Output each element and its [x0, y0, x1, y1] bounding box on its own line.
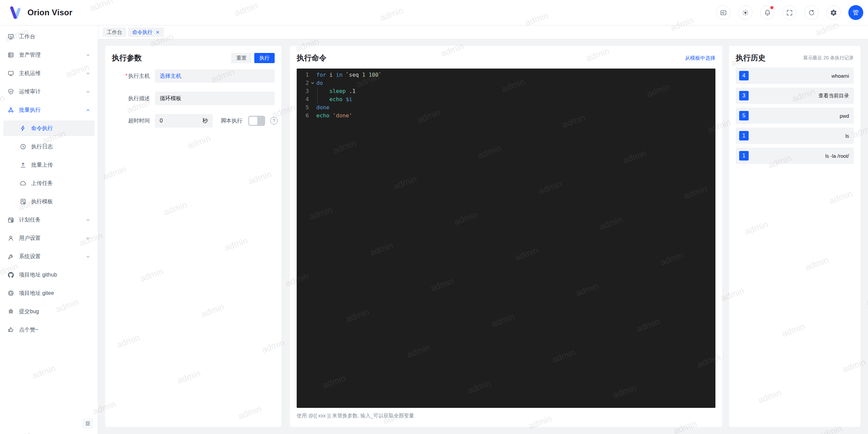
app-title: Orion Visor	[27, 8, 72, 17]
code-line: 3 sleep .1	[297, 87, 715, 95]
batch-icon	[7, 107, 14, 113]
history-item[interactable]: 1ls -la /root/	[736, 148, 854, 164]
history-count-badge: 3	[739, 91, 749, 100]
app-header: Orion Visor 管	[0, 0, 868, 25]
code-line: 6echo 'done'	[297, 112, 715, 120]
code-text: echo $i	[316, 95, 352, 103]
history-item[interactable]: 5pwd	[736, 108, 854, 124]
code-line: 5done	[297, 103, 715, 112]
bug-icon	[7, 308, 14, 315]
editor-hint: 使用 @{{ xxx }} 来替换参数, 输入_可以获取全部变量	[297, 413, 715, 419]
fullscreen-button[interactable]	[782, 5, 796, 20]
sidebar-item-system-settings[interactable]: 系统设置	[3, 249, 95, 264]
chevron-down-icon	[85, 254, 91, 259]
code-line: 1for i in `seq 1 100`	[297, 71, 715, 79]
sidebar-item-label: 用户设置	[19, 235, 41, 242]
sidebar-item-ops-audit[interactable]: 运维审计	[3, 84, 95, 99]
collapse-sidebar-button[interactable]	[82, 418, 93, 429]
gear-icon	[830, 9, 837, 16]
script-exec-toggle[interactable]	[248, 116, 265, 126]
line-number: 1	[297, 71, 309, 79]
code-text: done	[316, 103, 330, 112]
notification-button[interactable]	[760, 5, 774, 20]
sidebar-item-label: 主机运维	[19, 70, 41, 77]
sidebar-item-submit-bug[interactable]: 提交bug	[3, 304, 95, 319]
notification-badge-dot	[770, 6, 773, 9]
sidebar-item-assets[interactable]: 资产管理	[3, 47, 95, 63]
main-area: 工作台 命令执行 执行参数 重置 执行 *执行主机 选择主	[98, 25, 868, 434]
timeout-field[interactable]: 秒	[155, 114, 213, 128]
history-item[interactable]: 3查看当前目录	[736, 88, 854, 104]
reset-button[interactable]: 重置	[231, 53, 252, 63]
description-input[interactable]	[160, 95, 270, 101]
chevron-down-icon	[85, 71, 91, 76]
menu-fold-icon	[85, 420, 91, 427]
sidebar-item-github[interactable]: 项目地址 github	[3, 267, 95, 283]
sidebar-item-workbench[interactable]: 工作台	[3, 29, 95, 44]
app-logo[interactable]: Orion Visor	[8, 5, 72, 20]
command-code-editor[interactable]: 1for i in `seq 1 100`2do3 sleep .14 echo…	[297, 69, 715, 408]
sidebar-item-exec-template[interactable]: 执行模板	[3, 194, 95, 209]
chevron-down-icon	[85, 218, 91, 223]
tab-workbench[interactable]: 工作台	[103, 27, 126, 37]
code-text: sleep .1	[316, 87, 356, 95]
dashboard-icon	[7, 33, 14, 40]
sidebar-item-label: 运维审计	[19, 88, 41, 95]
sidebar-item-label: 计划任务	[19, 216, 41, 224]
close-icon[interactable]	[156, 30, 160, 34]
execution-params-panel: 执行参数 重置 执行 *执行主机 选择主机 执行描述	[105, 46, 281, 427]
chevron-up-icon	[85, 108, 91, 113]
theme-button[interactable]	[738, 5, 752, 20]
history-item[interactable]: 4whoami	[736, 68, 854, 84]
history-command: whoami	[831, 73, 849, 79]
indent-guide	[317, 87, 318, 103]
fold-chevron-icon[interactable]	[309, 79, 316, 87]
history-count-badge: 1	[739, 131, 749, 140]
sidebar-item-user-settings[interactable]: 用户设置	[3, 230, 95, 246]
sidebar-item-batch-exec[interactable]: 批量执行	[3, 102, 95, 118]
help-icon[interactable]: ?	[270, 117, 278, 125]
sidebar-item-exec-log[interactable]: 执行日志	[3, 139, 95, 154]
history-command: pwd	[840, 113, 849, 119]
thumbs-up-icon	[7, 326, 14, 333]
sidebar-item-command-exec[interactable]: 命令执行	[3, 120, 95, 136]
sidebar-item-like[interactable]: 点个赞~	[3, 322, 95, 338]
refresh-button[interactable]	[804, 5, 818, 20]
cloud-icon	[20, 180, 26, 187]
execute-button[interactable]: 执行	[254, 53, 275, 63]
sidebar-item-gitee[interactable]: 项目地址 gitee	[3, 285, 95, 301]
content-area: 执行参数 重置 执行 *执行主机 选择主机 执行描述	[98, 39, 868, 434]
code-text: do	[316, 79, 323, 87]
params-panel-title: 执行参数	[112, 53, 142, 63]
sidebar-item-schedule-task[interactable]: 计划任务	[3, 212, 95, 228]
description-field[interactable]	[155, 92, 275, 105]
select-host-link[interactable]: 选择主机	[160, 73, 181, 80]
avatar[interactable]: 管	[848, 5, 863, 20]
timeout-field-label: 超时时间	[112, 117, 150, 125]
history-note: 展示最近 20 条执行记录	[803, 55, 854, 61]
tab-command-exec[interactable]: 命令执行	[128, 27, 164, 37]
select-from-template-link[interactable]: 从模板中选择	[685, 55, 715, 61]
execution-command-panel: 执行命令 从模板中选择 1for i in `seq 1 100`2do3 sl…	[290, 46, 722, 427]
header-actions	[716, 5, 841, 20]
sidebar-item-label: 工作台	[19, 33, 35, 40]
chevron-down-icon	[85, 236, 91, 241]
sidebar-item-label: 项目地址 gitee	[19, 290, 54, 297]
template-icon	[20, 198, 26, 205]
line-number: 4	[297, 95, 309, 103]
timeout-input[interactable]	[160, 118, 190, 124]
code-button[interactable]	[716, 5, 730, 20]
sidebar-item-upload-task[interactable]: 上传任务	[3, 175, 95, 191]
history-item[interactable]: 1ls	[736, 128, 854, 144]
orion-visor-logo-icon	[8, 5, 23, 20]
sidebar-item-host-ops[interactable]: 主机运维	[3, 65, 95, 81]
sidebar-item-label: 项目地址 github	[19, 271, 57, 279]
command-panel-title: 执行命令	[297, 53, 327, 63]
settings-button[interactable]	[826, 5, 841, 20]
sidebar-item-batch-upload[interactable]: 批量上传	[3, 157, 95, 173]
history-command: ls	[845, 133, 849, 139]
host-select-field[interactable]: 选择主机	[155, 69, 275, 83]
sidebar-item-label: 执行模板	[31, 198, 53, 205]
clock-icon	[20, 143, 26, 150]
sidebar-item-label: 系统设置	[19, 253, 41, 260]
